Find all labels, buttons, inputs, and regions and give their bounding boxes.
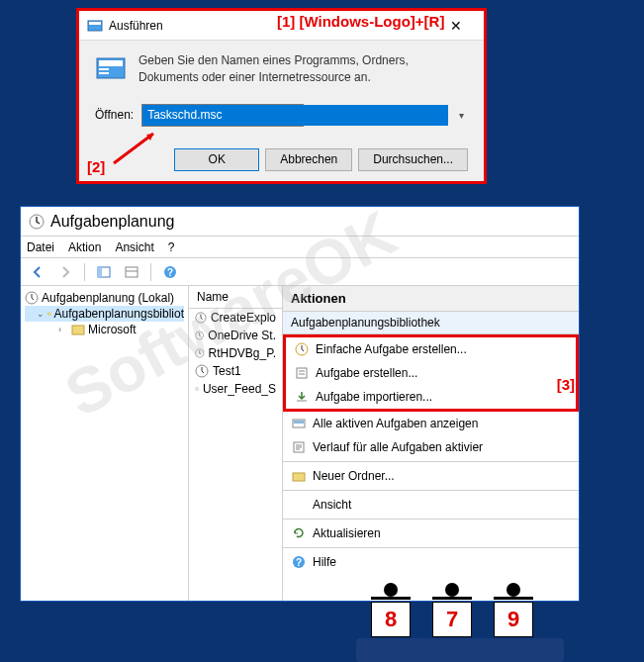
svg-rect-22	[297, 368, 307, 378]
svg-rect-26	[293, 473, 305, 481]
open-label: Öffnen:	[95, 108, 134, 122]
ts-actions-pane: Aktionen Aufgabenplanungsbibliothek Einf…	[283, 286, 579, 601]
list-item[interactable]: CreateExplo	[189, 309, 282, 327]
task-scheduler-window: Aufgabenplanung Datei Aktion Ansicht ? ?…	[20, 206, 580, 602]
svg-rect-24	[294, 421, 304, 424]
tree-library[interactable]: ⌄ Aufgabenplanungsbibliot	[25, 306, 184, 322]
action-enable-history[interactable]: Verlauf für alle Aufgaben aktivier	[283, 435, 579, 459]
score-card: 8	[371, 602, 411, 637]
show-hide-icon[interactable]	[93, 261, 115, 283]
properties-icon[interactable]	[121, 261, 142, 283]
actions-subheader: Aufgabenplanungsbibliothek	[283, 312, 579, 334]
list-item[interactable]: User_Feed_S	[189, 380, 282, 398]
tree-root[interactable]: Aufgabenplanung (Lokal)	[25, 290, 184, 306]
refresh-icon	[291, 525, 307, 541]
ts-app-icon	[29, 214, 45, 230]
open-input-wrap[interactable]: Taskschd.msc ▾	[141, 104, 468, 127]
menu-file[interactable]: Datei	[27, 240, 54, 254]
annotation-1: [1] [Windows-Logo]+[R]	[277, 13, 444, 30]
svg-rect-1	[89, 22, 101, 25]
list-header-name[interactable]: Name	[189, 286, 282, 309]
judge-figure: 8	[366, 583, 415, 652]
list-item[interactable]: RtHDVBg_P.	[189, 344, 282, 362]
ts-tree[interactable]: Aufgabenplanung (Lokal) ⌄ Aufgabenplanun…	[21, 286, 189, 601]
svg-text:?: ?	[296, 557, 302, 568]
annotation-arrow	[109, 129, 168, 168]
ts-titlebar: Aufgabenplanung	[21, 207, 579, 236]
cancel-button[interactable]: Abbrechen	[265, 148, 352, 171]
open-input-selection: Taskschd.msc	[142, 105, 448, 126]
forward-button[interactable]	[54, 261, 76, 283]
action-new-folder[interactable]: Neuer Ordner...	[283, 464, 579, 488]
menu-view[interactable]: Ansicht	[115, 240, 153, 254]
annotation-3: [3]	[557, 376, 575, 393]
svg-rect-15	[72, 326, 84, 334]
svg-rect-4	[99, 68, 109, 70]
action-show-active[interactable]: Alle aktiven Aufgaben anzeigen	[283, 412, 579, 435]
action-help[interactable]: ?Hilfe	[283, 550, 579, 574]
score-judges: 8 7 9	[366, 583, 538, 652]
folder-icon	[291, 468, 307, 484]
ts-menubar: Datei Aktion Ansicht ?	[21, 236, 579, 258]
help-icon: ?	[291, 554, 307, 570]
run-app-icon	[87, 18, 103, 34]
judge-figure: 7	[427, 583, 477, 652]
ts-list[interactable]: Name CreateExplo OneDrive St. RtHDVBg_P.…	[189, 286, 283, 601]
history-icon	[291, 439, 307, 455]
ts-toolbar: ?	[21, 258, 579, 286]
list-item[interactable]: OneDrive St.	[189, 327, 282, 344]
back-button[interactable]	[27, 261, 48, 283]
action-create-task[interactable]: Aufgabe erstellen...	[286, 361, 576, 385]
task-icon	[294, 365, 310, 381]
display-icon	[291, 416, 307, 431]
svg-rect-9	[126, 267, 138, 277]
task-icon	[294, 341, 310, 357]
svg-rect-5	[99, 72, 109, 74]
action-import-task[interactable]: Aufgabe importieren...	[286, 385, 576, 409]
score-card: 7	[432, 602, 472, 637]
score-card: 9	[494, 602, 533, 637]
svg-rect-14	[47, 313, 50, 315]
ts-title: Aufgabenplanung	[50, 213, 174, 231]
menu-help[interactable]: ?	[168, 240, 175, 254]
svg-rect-8	[98, 267, 102, 277]
action-view[interactable]: Ansicht	[283, 493, 579, 517]
menu-action[interactable]: Aktion	[68, 240, 101, 254]
actions-header: Aktionen	[283, 286, 579, 312]
action-refresh[interactable]: Aktualisieren	[283, 521, 579, 545]
svg-rect-3	[99, 60, 123, 66]
dropdown-icon[interactable]: ▾	[459, 110, 464, 121]
help-icon[interactable]: ?	[159, 261, 181, 283]
svg-text:?: ?	[167, 267, 173, 278]
annotation-2: [2]	[87, 158, 105, 175]
run-description: Geben Sie den Namen eines Programms, Ord…	[138, 52, 468, 86]
list-item[interactable]: Test1	[189, 362, 282, 380]
action-create-basic-task[interactable]: Einfache Aufgabe erstellen...	[286, 337, 576, 361]
judge-figure: 9	[489, 583, 538, 652]
browse-button[interactable]: Durchsuchen...	[358, 148, 468, 171]
run-icon	[95, 52, 127, 84]
tree-microsoft[interactable]: › Microsoft	[25, 322, 184, 337]
import-icon	[294, 389, 310, 405]
ok-button[interactable]: OK	[174, 148, 259, 171]
